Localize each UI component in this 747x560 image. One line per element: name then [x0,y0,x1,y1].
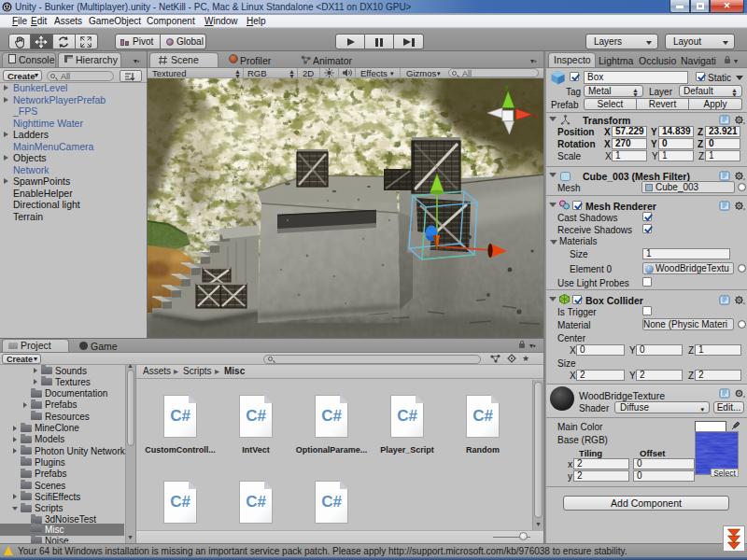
svg-text:y: y [505,83,509,91]
svg-text:x: x [533,112,537,119]
